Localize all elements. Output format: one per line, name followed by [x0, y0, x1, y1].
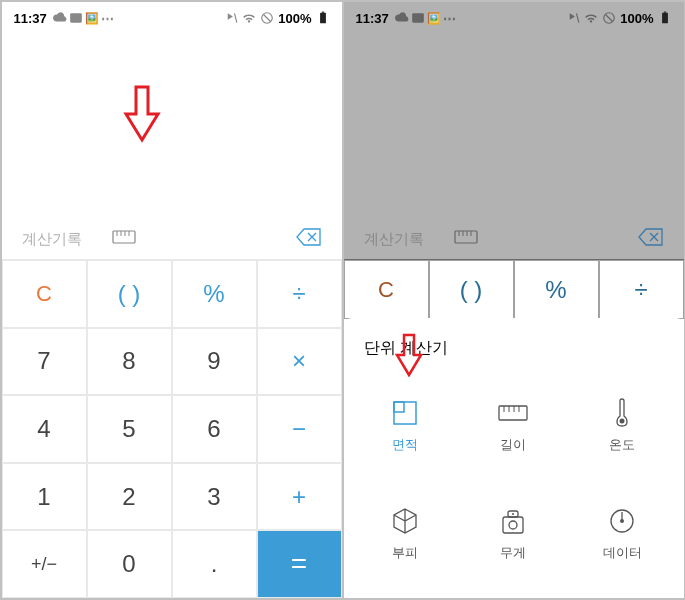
calculator-display-dimmed: 계산기록	[344, 34, 684, 259]
equals-button[interactable]: =	[257, 530, 342, 598]
plusminus-button[interactable]: +/−	[2, 530, 87, 598]
display-toolbar: 계산기록	[344, 219, 684, 259]
cloud-icon	[53, 11, 67, 25]
unit-converter-button[interactable]	[112, 230, 136, 248]
svg-rect-18	[663, 12, 665, 13]
no-signal-icon	[260, 11, 274, 25]
svg-rect-4	[320, 13, 326, 24]
annotation-arrow	[122, 84, 162, 148]
minus-button[interactable]: −	[257, 395, 342, 463]
vibrate-icon	[566, 11, 580, 25]
battery-icon	[316, 11, 330, 25]
cloud-icon	[395, 11, 409, 25]
unit-volume[interactable]: 부피	[354, 483, 457, 585]
unit-data[interactable]: 데이터	[571, 483, 674, 585]
status-time: 11:37	[356, 11, 389, 26]
battery-icon	[658, 11, 672, 25]
status-time: 11:37	[14, 11, 47, 26]
ruler-icon	[498, 405, 528, 421]
plus-button[interactable]: +	[257, 463, 342, 531]
unit-converter-sheet: 단위 계산기 면적 길이 온도	[344, 318, 684, 598]
data-icon	[609, 508, 635, 534]
more-icon: ⋯	[443, 11, 456, 26]
unit-length[interactable]: 길이	[462, 375, 565, 477]
vibrate-icon	[224, 11, 238, 25]
unit-volume-label: 부피	[392, 544, 418, 562]
svg-rect-6	[113, 231, 135, 243]
multiply-button[interactable]: ×	[257, 328, 342, 396]
svg-rect-13	[412, 13, 424, 22]
key-0[interactable]: 0	[87, 530, 172, 598]
more-icon: ⋯	[101, 11, 114, 26]
key-4[interactable]: 4	[2, 395, 87, 463]
svg-line-1	[235, 13, 237, 22]
thermometer-icon	[615, 398, 629, 428]
svg-rect-26	[394, 402, 416, 424]
key-5[interactable]: 5	[87, 395, 172, 463]
wifi-icon	[584, 11, 598, 25]
cube-icon	[392, 507, 418, 535]
svg-point-37	[512, 513, 514, 515]
key-8[interactable]: 8	[87, 328, 172, 396]
backspace-button	[638, 228, 664, 250]
unit-converter-button	[454, 230, 478, 248]
key-9[interactable]: 9	[172, 328, 257, 396]
status-bar: 11:37 🖼️ ⋯ 100%	[2, 2, 342, 34]
backspace-button[interactable]	[296, 228, 322, 250]
area-icon	[392, 400, 418, 426]
scale-icon	[500, 507, 526, 535]
svg-point-33	[620, 419, 625, 424]
svg-line-3	[264, 15, 271, 22]
key-1[interactable]: 1	[2, 463, 87, 531]
clear-button: C	[344, 260, 429, 319]
right-phone-screen: 11:37 🖼️ ⋯ 100% 계산기록	[344, 2, 684, 598]
app-icon: 🖼️	[85, 12, 99, 25]
status-left-icons: 🖼️ ⋯	[395, 11, 456, 26]
key-6[interactable]: 6	[172, 395, 257, 463]
svg-rect-5	[321, 12, 323, 13]
parentheses-button[interactable]: ( )	[87, 260, 172, 328]
history-button: 계산기록	[364, 230, 424, 249]
svg-rect-27	[394, 402, 404, 412]
key-2[interactable]: 2	[87, 463, 172, 531]
image-icon	[69, 11, 83, 25]
image-icon	[411, 11, 425, 25]
parentheses-button: ( )	[429, 260, 514, 319]
clear-button[interactable]: C	[2, 260, 87, 328]
calculator-display: 계산기록	[2, 34, 342, 259]
left-phone-screen: 11:37 🖼️ ⋯ 100%	[2, 2, 342, 598]
keypad: C ( ) % ÷ 7 8 9 × 4 5 6 − 1 2 3 + +/− 0 …	[2, 259, 342, 598]
wifi-icon	[242, 11, 256, 25]
unit-grid: 면적 길이 온도 부피 무게	[354, 375, 674, 585]
battery-percent: 100%	[278, 11, 311, 26]
svg-rect-28	[499, 406, 527, 420]
keypad-dimmed: C ( ) % ÷	[344, 259, 684, 319]
app-icon: 🖼️	[427, 12, 441, 25]
no-signal-icon	[602, 11, 616, 25]
percent-button[interactable]: %	[172, 260, 257, 328]
decimal-button[interactable]: .	[172, 530, 257, 598]
svg-line-14	[577, 13, 579, 22]
percent-button: %	[514, 260, 599, 319]
history-button[interactable]: 계산기록	[22, 230, 82, 249]
display-toolbar: 계산기록	[2, 219, 342, 259]
unit-area[interactable]: 면적	[354, 375, 457, 477]
status-left-icons: 🖼️ ⋯	[53, 11, 114, 26]
key-3[interactable]: 3	[172, 463, 257, 531]
unit-temperature[interactable]: 온도	[571, 375, 674, 477]
svg-rect-19	[455, 231, 477, 243]
key-7[interactable]: 7	[2, 328, 87, 396]
divide-button[interactable]: ÷	[257, 260, 342, 328]
unit-temperature-label: 온도	[609, 436, 635, 454]
unit-data-label: 데이터	[603, 544, 642, 562]
unit-length-label: 길이	[500, 436, 526, 454]
svg-rect-0	[70, 13, 82, 22]
divide-button: ÷	[599, 260, 684, 319]
annotation-arrow	[394, 333, 424, 383]
svg-line-16	[606, 15, 613, 22]
unit-weight[interactable]: 무게	[462, 483, 565, 585]
status-bar: 11:37 🖼️ ⋯ 100%	[344, 2, 684, 34]
battery-percent: 100%	[620, 11, 653, 26]
svg-rect-17	[662, 13, 668, 24]
unit-weight-label: 무게	[500, 544, 526, 562]
